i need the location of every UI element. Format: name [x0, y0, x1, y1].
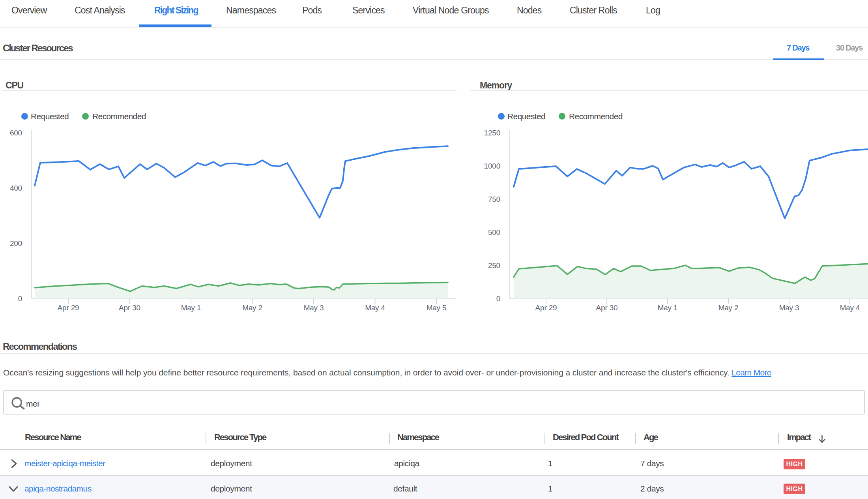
svg-text:Apr 30: Apr 30 — [119, 304, 140, 312]
svg-text:0: 0 — [496, 295, 500, 303]
svg-text:250: 250 — [488, 261, 500, 270]
svg-text:0: 0 — [18, 295, 22, 303]
svg-text:600: 600 — [10, 129, 22, 137]
svg-text:May 1: May 1 — [658, 304, 678, 312]
svg-text:200: 200 — [10, 239, 22, 248]
svg-text:May 5: May 5 — [427, 304, 447, 312]
svg-text:May 3: May 3 — [304, 304, 324, 312]
svg-text:May 1: May 1 — [181, 304, 201, 312]
svg-text:Apr 29: Apr 29 — [58, 304, 79, 312]
svg-text:750: 750 — [488, 195, 500, 203]
svg-text:May 3: May 3 — [779, 304, 799, 312]
svg-text:500: 500 — [488, 228, 500, 236]
svg-text:May 4: May 4 — [840, 304, 860, 312]
svg-text:May 4: May 4 — [365, 304, 385, 312]
svg-text:400: 400 — [10, 184, 22, 192]
svg-text:Apr 29: Apr 29 — [535, 304, 557, 312]
svg-text:1000: 1000 — [484, 162, 500, 170]
svg-text:Apr 30: Apr 30 — [596, 304, 618, 312]
svg-text:May 2: May 2 — [242, 304, 262, 312]
svg-text:1250: 1250 — [484, 129, 500, 137]
svg-text:May 2: May 2 — [718, 304, 739, 312]
